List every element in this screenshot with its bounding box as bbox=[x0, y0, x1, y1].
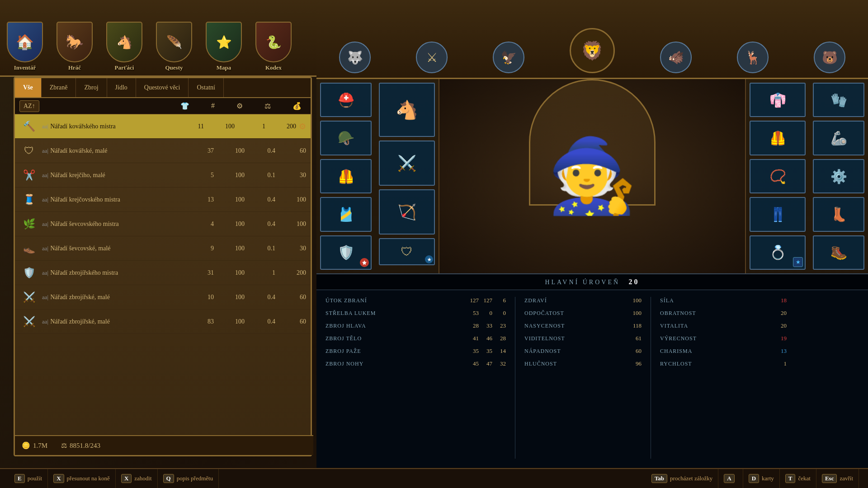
slot-bracers[interactable]: 🦾 bbox=[813, 121, 864, 155]
tab-questy[interactable]: 🪶 Questy bbox=[149, 20, 199, 73]
stat-obratnost: OBRATNOST 20 bbox=[660, 310, 787, 317]
slot-trinket[interactable]: 🛡 ★ bbox=[379, 238, 435, 265]
hotkey-esc-label: zavřít bbox=[840, 475, 853, 482]
key-esc[interactable]: Esc bbox=[822, 474, 837, 483]
filter-questove[interactable]: Questové věci bbox=[136, 78, 189, 97]
level-header: HLAVNÍ ÚROVEŇ 20 bbox=[316, 274, 868, 290]
hotkey-x-move: X přesunout na koně bbox=[48, 469, 116, 488]
character-figure: 🧙 bbox=[547, 140, 637, 212]
emblem-2: ⚔ bbox=[416, 42, 448, 73]
item-weight: 0.4 bbox=[257, 147, 275, 155]
item-icon: 🌿 bbox=[19, 215, 38, 234]
tab-inventar[interactable]: 🏠 Inventář bbox=[0, 20, 50, 73]
filter-zbroj[interactable]: Zbroj bbox=[76, 78, 107, 97]
item-weight: 0.4 bbox=[257, 294, 275, 301]
key-q[interactable]: Q bbox=[163, 474, 174, 483]
slot-legs[interactable]: 👖 bbox=[750, 197, 806, 231]
stat-zbroj-hlava: ZBROJ HLAVA 28 33 23 bbox=[326, 322, 506, 329]
right-stats: SÍLA 18 OBRATNOST 20 VITALITA 20 VÝRECNO… bbox=[651, 297, 787, 459]
stat-strelba: STŘELBA LUKEM 53 0 0 bbox=[326, 310, 506, 317]
right-panel: 🐺 ⚔ 🦅 🦁 🐗 🦌 🐻 ⛑️ 🪖 🦺 🎽 🛡️ bbox=[316, 0, 868, 488]
item-name: Nářadí zbrojířského mistra bbox=[50, 269, 196, 277]
item-icon: ✂️ bbox=[19, 166, 38, 185]
hotkey-e-label: použít bbox=[28, 475, 42, 482]
key-e[interactable]: E bbox=[14, 474, 25, 483]
key-x-drop[interactable]: X bbox=[121, 474, 132, 483]
slot-ring[interactable]: 💍 ★ bbox=[750, 235, 806, 270]
list-item[interactable]: 🌿 aa| Nářadí ševcovského mistra 4 100 0.… bbox=[15, 212, 311, 236]
item-weight: 1 bbox=[257, 269, 275, 277]
key-d[interactable]: D bbox=[749, 474, 759, 483]
tab-hrac[interactable]: 🐎 Hráč bbox=[50, 20, 99, 73]
list-item[interactable]: 🔨 aa| Nářadí kovářského mistra 11 100 1 … bbox=[15, 114, 311, 139]
gold-stat: 🪙 1.7M bbox=[22, 441, 47, 450]
slot-shirt[interactable]: 👘 bbox=[750, 83, 806, 117]
list-item[interactable]: ✂️ aa| Nářadí krejčího, malé 5 100 0.1 3… bbox=[15, 163, 311, 188]
item-icon: 🔨 bbox=[19, 117, 38, 136]
col-icon-qty: # bbox=[211, 102, 215, 110]
list-item[interactable]: 👞 aa| Nářadí ševcovské, malé 9 100 0.1 3… bbox=[15, 236, 311, 261]
key-tab[interactable]: Tab bbox=[651, 474, 667, 483]
item-icon: 👞 bbox=[19, 239, 38, 258]
list-item[interactable]: ⚔️ aa| Nářadí zbrojířské, malé 10 100 0.… bbox=[15, 285, 311, 310]
slot-spurs[interactable]: ⚙️ bbox=[813, 159, 864, 193]
item-cond: 100 bbox=[226, 221, 245, 228]
hotkey-t: T čekat bbox=[780, 469, 816, 488]
inventory-bottom-bar: 🪙 1.7M ⚖ 8851.8/243 bbox=[15, 435, 313, 455]
filter-zbrane[interactable]: Zbraně bbox=[42, 78, 76, 97]
slot-gloves[interactable]: 🧤 bbox=[813, 83, 864, 117]
slot-belt[interactable]: 📿 bbox=[750, 159, 806, 193]
item-qty: 13 bbox=[196, 196, 214, 203]
slot-coif[interactable]: 🪖 bbox=[320, 121, 372, 155]
item-qty: 37 bbox=[196, 147, 214, 155]
tab-hrac-label: Hráč bbox=[68, 64, 81, 71]
slot-shield[interactable]: 🛡️ bbox=[320, 235, 372, 270]
item-icon: ⚔️ bbox=[19, 288, 38, 307]
list-item[interactable]: 🛡 aa| Nářadí kovářské, malé 37 100 0.4 6… bbox=[15, 139, 311, 163]
item-name: Nářadí zbrojířské, malé bbox=[50, 318, 196, 325]
sort-button[interactable]: AZ↑ bbox=[19, 100, 39, 112]
list-item[interactable]: 🛡️ aa| Nářadí zbrojířského mistra 31 100… bbox=[15, 261, 311, 285]
tab-partaci[interactable]: 🐴 Parťáci bbox=[99, 20, 149, 73]
slot-helmet[interactable]: ⛑️ bbox=[320, 83, 372, 117]
slot-horse[interactable]: 🐴 bbox=[379, 83, 435, 137]
slot-chest[interactable]: 🦺 bbox=[320, 159, 372, 193]
character-area: ⛑️ 🪖 🦺 🎽 🛡️ 🐴 ⚔️ 🏹 � bbox=[316, 79, 868, 273]
list-item[interactable]: 🧵 aa| Nářadí krejčovského mistra 13 100 … bbox=[15, 188, 311, 212]
item-weight: 0.4 bbox=[257, 196, 275, 203]
weight-value: 8851.8/243 bbox=[70, 442, 100, 450]
item-weight: 0.4 bbox=[257, 221, 275, 228]
col-icon-price-icon: 💰 bbox=[292, 102, 302, 110]
slot-bow[interactable]: 🏹 bbox=[379, 189, 435, 235]
filter-jidlo[interactable]: Jídlo bbox=[107, 78, 136, 97]
key-x-move[interactable]: X bbox=[53, 474, 64, 483]
equip-icon: ⚙ bbox=[299, 122, 306, 131]
slot-boots[interactable]: 👢 bbox=[813, 197, 864, 231]
key-a[interactable]: A bbox=[724, 474, 734, 483]
item-qty: 9 bbox=[196, 245, 214, 252]
item-weight: 0.1 bbox=[257, 172, 275, 179]
right-equipment: 🧤 🦾 ⚙️ 👢 🥾 bbox=[809, 79, 868, 273]
item-qty: 5 bbox=[196, 172, 214, 179]
filter-vse[interactable]: Vše bbox=[15, 78, 42, 97]
item-weight: 0.1 bbox=[257, 245, 275, 252]
item-prefix: aa| bbox=[42, 269, 48, 277]
slot-haubergeon[interactable]: 🦺 bbox=[750, 121, 806, 155]
tab-kodex[interactable]: 🐍 Kodex bbox=[249, 20, 298, 73]
tab-mapa[interactable]: ⭐ Mapa bbox=[199, 20, 249, 73]
item-price: 200 bbox=[288, 269, 306, 277]
slot-weapon1[interactable]: ⚔️ bbox=[379, 141, 435, 186]
col-icon-cond: ⚙ bbox=[236, 102, 243, 110]
slot-sabatons[interactable]: 🥾 bbox=[813, 235, 864, 270]
item-cond: 100 bbox=[226, 245, 245, 252]
hotkey-esc: Esc zavřít bbox=[816, 469, 859, 488]
key-t[interactable]: T bbox=[785, 474, 796, 483]
list-item[interactable]: ⚔️ aa| Nářadí zbrojířské, malé 83 100 0.… bbox=[15, 310, 311, 334]
item-cond: 100 bbox=[226, 318, 245, 325]
item-prefix: aa| bbox=[42, 172, 48, 179]
item-values: 4 100 0.4 100 bbox=[196, 221, 306, 228]
filter-ostatni[interactable]: Ostatní bbox=[189, 78, 223, 97]
filter-tabs: Vše Zbraně Zbroj Jídlo Questové věci Ost… bbox=[15, 78, 311, 98]
hotkey-x-drop-label: zahodit bbox=[134, 475, 151, 482]
slot-cloak[interactable]: 🎽 bbox=[320, 197, 372, 231]
